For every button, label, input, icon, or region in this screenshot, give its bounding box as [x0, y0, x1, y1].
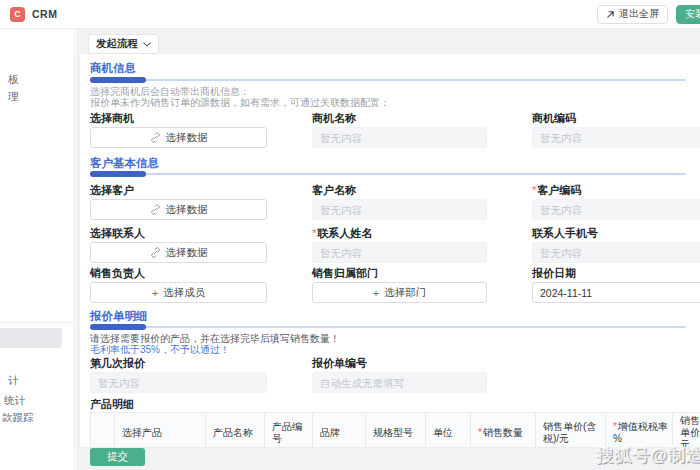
section-title-customer: 客户基本信息	[90, 157, 700, 169]
section-title-quote: 报价单明细	[90, 310, 700, 322]
col-product-name: 产品名称	[206, 413, 265, 448]
sales-owner-label: 销售负责人	[90, 268, 267, 279]
main-area: 发起流程 商机信息 选择完商机后会自动带出商机信息： 报价单未作为销售订单的源数…	[76, 29, 700, 470]
col-row-handle	[91, 413, 115, 448]
install-template-button[interactable]: 安装模板	[676, 5, 700, 24]
contact-phone-input[interactable]	[532, 242, 700, 263]
opportunity-desc-1: 选择完商机后会自动带出商机信息：	[90, 86, 700, 97]
section-progress-bar	[90, 171, 686, 177]
field-customer-code: *客户编码	[532, 185, 700, 220]
sidebar-item-stat-2[interactable]: 统计	[4, 394, 25, 408]
col-select-product: 选择产品	[115, 413, 206, 448]
customer-name-input[interactable]	[312, 199, 487, 220]
required-asterisk: *	[478, 427, 482, 438]
sidebar-item-selected[interactable]	[0, 328, 62, 348]
customer-code-input[interactable]	[532, 199, 700, 220]
top-bar: C CRM 退出全屏 安装模板	[0, 0, 700, 29]
field-contact-phone: 联系人手机号	[532, 228, 700, 263]
select-customer-button[interactable]: 选择数据	[90, 199, 267, 220]
plus-icon: +	[152, 287, 158, 299]
app-title: CRM	[32, 8, 57, 20]
install-template-label: 安装模板	[685, 7, 700, 21]
opportunity-code-label: 商机编码	[532, 113, 700, 124]
col-unit-price-taxed: 销售单价(含税)/元	[536, 413, 606, 448]
start-flow-button[interactable]: 发起流程	[88, 34, 159, 54]
col-sales-qty: *销售数量	[471, 413, 536, 448]
sidebar-item-stat-1[interactable]: 计	[8, 374, 19, 388]
opportunity-name-input[interactable]	[312, 127, 487, 148]
start-flow-label: 发起流程	[96, 37, 138, 51]
col-unit: 单位	[426, 413, 471, 448]
topbar-actions: 退出全屏 安装模板	[597, 5, 700, 24]
section-title-opportunity: 商机信息	[90, 62, 700, 74]
product-detail-title: 产品明细	[90, 398, 700, 410]
select-dept-label: 选择部门	[384, 286, 426, 300]
product-table: 选择产品 产品名称 产品编号 品牌 规格型号 单位 *销售数量 销售单价(含税)…	[90, 412, 700, 447]
required-asterisk: *	[532, 184, 536, 196]
select-opportunity-label: 选择商机	[90, 113, 267, 124]
col-vat-rate: *增值税税率 %	[606, 413, 673, 448]
field-sales-owner: 销售负责人 + 选择成员	[90, 268, 267, 303]
col-unit-price: 销售单价/元	[673, 413, 700, 448]
select-data-label: 选择数据	[166, 246, 208, 260]
field-sales-dept: 销售归属部门 + 选择部门	[312, 268, 487, 303]
quote-desc-2: 毛利率低于35%，不予以通过！	[90, 344, 700, 355]
field-opportunity-code: 商机编码	[532, 113, 700, 148]
exit-fullscreen-button[interactable]: 退出全屏	[597, 5, 668, 24]
col-product-code: 产品编号	[265, 413, 313, 448]
sidebar-item-manage[interactable]: 理	[8, 90, 19, 104]
field-select-customer: 选择客户 选择数据	[90, 185, 267, 220]
select-data-label: 选择数据	[166, 131, 208, 145]
quotation-form-card: 商机信息 选择完商机后会自动带出商机信息： 报价单未作为销售订单的源数据，如有需…	[80, 54, 700, 447]
field-quote-no: 报价单编号	[312, 358, 487, 393]
quote-no-label: 报价单编号	[312, 358, 487, 369]
contact-name-input[interactable]	[312, 242, 487, 263]
select-contact-label: 选择联系人	[90, 228, 267, 239]
required-asterisk: *	[613, 421, 617, 432]
quote-no-input[interactable]	[312, 372, 487, 393]
quote-date-label: 报价日期	[532, 268, 700, 279]
quote-date-input[interactable]	[532, 282, 700, 303]
col-brand: 品牌	[313, 413, 366, 448]
opportunity-name-label: 商机名称	[312, 113, 487, 124]
sidebar-item-dashboard[interactable]: 板	[8, 73, 19, 87]
select-customer-label: 选择客户	[90, 185, 267, 196]
select-member-button[interactable]: + 选择成员	[90, 282, 267, 303]
customer-name-label: 客户名称	[312, 185, 487, 196]
select-member-label: 选择成员	[163, 286, 205, 300]
select-dept-button[interactable]: + 选择部门	[312, 282, 487, 303]
field-contact-name: *联系人姓名	[312, 228, 487, 263]
crm-app-screen: C CRM 退出全屏 安装模板 板 理 计 统计 款跟踪 发起流程	[0, 0, 700, 470]
field-opportunity-name: 商机名称	[312, 113, 487, 148]
opportunity-desc-2: 报价单未作为销售订单的源数据，如有需求，可通过关联数据配置：	[90, 97, 700, 108]
sidebar-divider	[0, 322, 75, 323]
section-progress-bar	[90, 77, 686, 83]
field-quote-round: 第几次报价	[90, 358, 267, 393]
quote-desc-1: 请选择需要报价的产品，并在选择完毕后填写销售数量！	[90, 333, 700, 344]
field-quote-date: 报价日期	[532, 268, 700, 303]
quote-round-label: 第几次报价	[90, 358, 267, 369]
watermark-text: 搜狐号@制造	[596, 444, 700, 467]
exit-fullscreen-icon	[606, 10, 615, 19]
select-contact-button[interactable]: 选择数据	[90, 242, 267, 263]
link-icon	[150, 247, 161, 258]
section-progress-bar	[90, 324, 686, 330]
sidebar-item-payment-track[interactable]: 款跟踪	[2, 411, 34, 425]
app-logo-icon: C	[10, 7, 25, 22]
customer-code-label: *客户编码	[532, 185, 700, 196]
product-table-header-row: 选择产品 产品名称 产品编号 品牌 规格型号 单位 *销售数量 销售单价(含税)…	[91, 413, 700, 448]
opportunity-code-input[interactable]	[532, 127, 700, 148]
exit-fullscreen-label: 退出全屏	[619, 7, 659, 21]
select-opportunity-button[interactable]: 选择数据	[90, 127, 267, 148]
chevron-down-icon	[143, 42, 151, 47]
sidebar: 板 理 计 统计 款跟踪	[0, 29, 75, 470]
link-icon	[150, 132, 161, 143]
plus-icon: +	[373, 287, 379, 299]
field-select-contact: 选择联系人 选择数据	[90, 228, 267, 263]
quote-round-input[interactable]	[90, 372, 267, 393]
sales-dept-label: 销售归属部门	[312, 268, 487, 279]
contact-name-label: *联系人姓名	[312, 228, 487, 239]
brand: C CRM	[10, 7, 57, 22]
submit-button[interactable]: 提交	[90, 448, 145, 466]
required-asterisk: *	[312, 227, 316, 239]
